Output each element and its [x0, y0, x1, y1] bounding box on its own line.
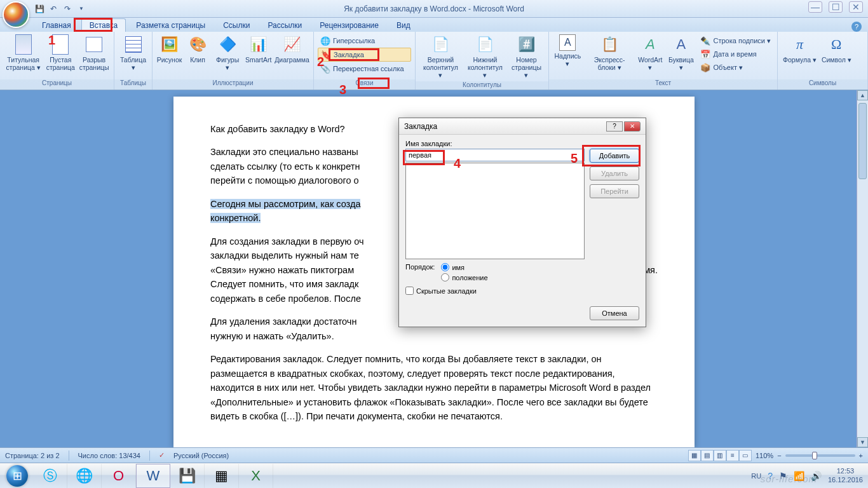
scroll-up-icon[interactable]: ▲ [857, 90, 868, 100]
chart-button[interactable]: 📈Диаграмма [273, 33, 311, 65]
help-icon[interactable]: ? [851, 22, 862, 32]
bookmark-name-input[interactable] [405, 149, 585, 161]
minimize-button[interactable]: — [808, 1, 822, 13]
bookmark-list[interactable] [405, 163, 585, 259]
bookmark-button[interactable]: 🔖Закладка [318, 48, 411, 62]
tab-mailings[interactable]: Рассылки [260, 19, 309, 32]
tab-review[interactable]: Рецензирование [312, 19, 386, 32]
taskbar-skype[interactable]: Ⓢ [33, 464, 67, 488]
view-buttons[interactable]: ▦ ▤ ▥ ≡ ▭ [688, 450, 752, 461]
taskbar-chrome[interactable]: 🌐 [67, 464, 102, 488]
object-button[interactable]: 📦Объект ▾ [698, 61, 773, 74]
sort-by-name-radio[interactable]: имя [441, 263, 487, 271]
goto-button: Перейти [590, 184, 639, 198]
tray-clock[interactable]: 12:53 16.12.2016 [828, 467, 863, 484]
web-layout-icon[interactable]: ▥ [714, 450, 726, 461]
scroll-down-icon[interactable]: ▼ [857, 437, 868, 447]
textbox-button[interactable]: AНадпись ▾ [552, 33, 584, 69]
callout-4: 4 [454, 156, 461, 171]
page-number-button[interactable]: #️⃣Номер страницы ▾ [507, 33, 546, 80]
picture-button[interactable]: 🖼️Рисунок [155, 33, 184, 65]
signature-icon: ✒️ [700, 36, 710, 46]
selected-text: Сегодня мы рассмотрим, как созда [210, 199, 360, 209]
dialog-help-button[interactable]: ? [606, 121, 623, 132]
print-layout-icon[interactable]: ▦ [688, 450, 701, 461]
doc-paragraph: Редактирования закладок. Следует помнить… [210, 352, 658, 423]
smartart-button[interactable]: 📊SmartArt [243, 33, 273, 65]
zoom-out-button[interactable]: − [777, 452, 781, 459]
tab-insert[interactable]: Вставка [81, 18, 126, 32]
close-button[interactable]: ✕ [849, 1, 863, 13]
callout-5: 5 [571, 151, 578, 166]
page-break-button[interactable]: Разрыв страницы [77, 33, 111, 72]
proofing-icon[interactable]: ✓ [159, 451, 165, 459]
quickparts-button[interactable]: 📋Экспресс-блоки ▾ [584, 33, 635, 72]
zoom-level[interactable]: 110% [756, 452, 773, 459]
tab-layout[interactable]: Разметка страницы [128, 19, 213, 32]
group-text: Текст [549, 79, 777, 90]
object-icon: 📦 [700, 62, 710, 72]
callout-2: 2 [317, 55, 324, 69]
wordart-button[interactable]: AWordArt ▾ [635, 33, 665, 72]
symbol-button[interactable]: ΩСимвол ▾ [819, 33, 854, 65]
clipart-button[interactable]: 🎨Клип [184, 33, 212, 65]
tab-home[interactable]: Главная [34, 19, 79, 32]
tab-view[interactable]: Вид [389, 19, 418, 32]
watermark: sor-life.com [761, 473, 817, 484]
shapes-button[interactable]: 🔷Фигуры ▾ [212, 33, 243, 72]
dropcap-button[interactable]: AБуквица ▾ [665, 33, 696, 72]
taskbar-save[interactable]: 💾 [170, 464, 205, 488]
status-wordcount[interactable]: Число слов: 13/434 [78, 452, 140, 459]
table-button[interactable]: Таблица ▾ [117, 33, 149, 72]
zoom-slider[interactable] [785, 454, 855, 457]
delete-button: Удалить [590, 166, 639, 180]
hyperlink-button[interactable]: 🌐Гиперссылка [318, 34, 411, 47]
tray-lang[interactable]: RU [751, 472, 761, 480]
header-button[interactable]: 📄Верхний колонтитул ▾ [418, 33, 463, 80]
dialog-title: Закладка [404, 122, 437, 131]
taskbar-excel[interactable]: X [239, 464, 273, 488]
reading-view-icon[interactable]: ▤ [701, 450, 714, 461]
hidden-bookmarks-checkbox[interactable]: Скрытые закладки [405, 287, 639, 295]
crossref-button[interactable]: 📎Перекрестная ссылка [318, 62, 411, 75]
maximize-button[interactable]: ☐ [829, 1, 843, 13]
sort-by-position-radio[interactable]: положение [441, 273, 487, 281]
callout-3: 3 [339, 83, 346, 97]
group-pages: Страницы [0, 79, 114, 90]
sort-label: Порядок: [405, 263, 435, 271]
taskbar-opera[interactable]: O [102, 464, 136, 488]
globe-icon: 🌐 [320, 36, 330, 46]
calendar-icon: 📅 [700, 49, 710, 59]
dialog-close-button[interactable]: ✕ [624, 121, 641, 132]
redo-icon[interactable]: ↷ [62, 4, 72, 14]
datetime-button[interactable]: 📅Дата и время [698, 48, 773, 60]
save-icon[interactable]: 💾 [34, 4, 44, 14]
bookmark-name-label: Имя закладки: [405, 140, 639, 147]
window-title: Як добавити закладку в Word.docx - Micro… [344, 4, 524, 13]
tab-references[interactable]: Ссылки [215, 19, 257, 32]
status-language[interactable]: Русский (Россия) [173, 452, 229, 459]
bookmark-dialog: Закладка ? ✕ Имя закладки: Добавить Удал… [398, 118, 646, 327]
group-illustrations: Иллюстрации [153, 79, 313, 90]
cancel-button[interactable]: Отмена [590, 306, 639, 320]
outline-view-icon[interactable]: ≡ [726, 450, 739, 461]
draft-view-icon[interactable]: ▭ [739, 450, 752, 461]
undo-icon[interactable]: ↶ [48, 4, 58, 14]
equation-button[interactable]: πФормула ▾ [780, 33, 819, 65]
scroll-thumb[interactable] [858, 103, 867, 179]
signature-line-button[interactable]: ✒️Строка подписи ▾ [698, 34, 773, 47]
taskbar-app1[interactable]: ▦ [205, 464, 239, 488]
group-links: Связи [314, 79, 415, 90]
office-button[interactable] [3, 1, 29, 28]
start-button[interactable] [1, 463, 33, 489]
taskbar-word[interactable]: W [136, 464, 170, 488]
qat-customize-icon[interactable]: ▼ [76, 4, 86, 14]
cover-page-button[interactable]: Титульная страница ▾ [3, 33, 44, 72]
add-button[interactable]: Добавить [590, 149, 639, 163]
vertical-scrollbar[interactable]: ▲ ▼ [857, 90, 868, 447]
zoom-in-button[interactable]: + [859, 452, 863, 459]
footer-button[interactable]: 📄Нижний колонтитул ▾ [463, 33, 507, 80]
status-page[interactable]: Страница: 2 из 2 [5, 452, 60, 459]
group-tables: Таблицы [114, 79, 152, 90]
group-symbols: Символы [778, 79, 867, 90]
